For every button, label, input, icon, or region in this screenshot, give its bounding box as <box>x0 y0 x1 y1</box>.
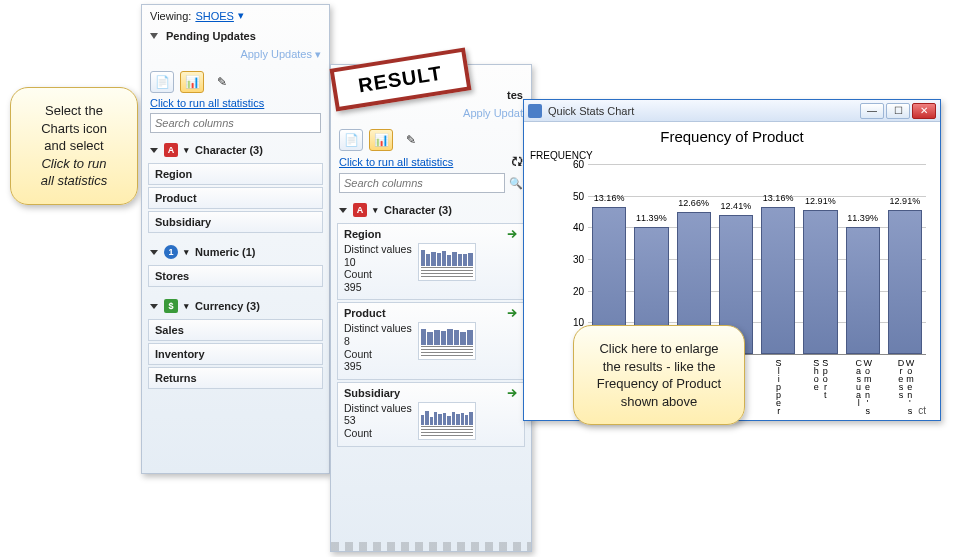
bar: 12.91%Women's Dress <box>888 210 922 355</box>
dropdown-icon[interactable]: ▾ <box>238 9 244 22</box>
bar-percent-label: 12.66% <box>678 198 709 208</box>
group-numeric[interactable]: 1 ▾ Numeric (1) <box>142 241 329 263</box>
column-name: Stores <box>155 270 189 282</box>
y-tick-label: 30 <box>554 254 584 265</box>
y-tick-label: 20 <box>554 285 584 296</box>
collapse-icon <box>150 250 158 255</box>
collapse-icon <box>150 304 158 309</box>
minimize-button[interactable]: — <box>860 103 884 119</box>
collapse-icon <box>150 33 158 39</box>
maximize-button[interactable]: ☐ <box>886 103 910 119</box>
column-name: Product <box>344 307 386 319</box>
pending-updates-row[interactable]: Pending Updates <box>142 26 329 46</box>
window-titlebar[interactable]: Quick Stats Chart — ☐ ✕ <box>524 100 940 122</box>
search-icon[interactable]: 🔍 <box>509 177 523 190</box>
run-all-stats-link[interactable]: Click to run all statistics <box>150 97 264 109</box>
callout-right: Click here to enlarge the results - like… <box>573 325 745 425</box>
search-input[interactable] <box>339 173 505 193</box>
gridline <box>588 164 926 165</box>
column-name: Sales <box>155 324 184 336</box>
bar: 12.91%Sport Shoe <box>803 210 837 355</box>
options-button[interactable]: ✎ <box>399 129 423 151</box>
callout-text: Frequency of Product <box>590 375 728 393</box>
group-character[interactable]: A ▾ Character (3) <box>331 199 531 221</box>
column-name: Subsidiary <box>155 216 211 228</box>
group-label: Currency (3) <box>195 300 260 312</box>
column-item[interactable]: Inventory <box>148 343 323 365</box>
bar: 13.16%Slipper <box>761 207 795 354</box>
search-columns-field[interactable] <box>150 113 321 133</box>
y-tick-label: 40 <box>554 222 584 233</box>
charts-view-button[interactable]: 📊 <box>180 71 204 93</box>
run-all-stats-link[interactable]: Click to run all statistics <box>339 156 453 168</box>
column-item[interactable]: Subsidiary <box>148 211 323 233</box>
viewing-dataset-link[interactable]: SHOES <box>195 10 234 22</box>
column-stats: Distinct values 10 Count 395 <box>344 243 412 293</box>
column-item[interactable]: Returns <box>148 367 323 389</box>
callout-left: Select the Charts icon and select Click … <box>10 87 138 205</box>
column-name: Subsidiary <box>344 387 400 399</box>
column-item-product[interactable]: Product Distinct values 8 Count 395 <box>337 302 525 379</box>
collapse-icon <box>150 148 158 153</box>
close-button[interactable]: ✕ <box>912 103 936 119</box>
sort-icon: ▾ <box>184 247 189 257</box>
charts-view-button[interactable]: 📊 <box>369 129 393 151</box>
stats-thumbnail[interactable] <box>418 243 476 281</box>
callout-text: and select <box>27 137 121 155</box>
x-category-label: Women's Dress <box>896 358 914 414</box>
stats-thumbnail[interactable] <box>418 322 476 360</box>
sort-icon: ▾ <box>184 145 189 155</box>
group-character[interactable]: A ▾ Character (3) <box>142 139 329 161</box>
callout-text: Select the <box>27 102 121 120</box>
stats-thumbnail[interactable] <box>418 402 476 440</box>
character-type-icon: A <box>164 143 178 157</box>
search-input[interactable] <box>150 113 321 133</box>
run-stats-icon[interactable] <box>506 386 520 400</box>
column-item[interactable]: Sales <box>148 319 323 341</box>
result-banner-text: RESULT <box>357 62 444 97</box>
dropdown-icon[interactable]: ▾ <box>315 48 321 60</box>
columns-panel-result: Viewing: tes Apply Updat 📄 📊 ✎ Click to … <box>330 64 532 552</box>
callout-text: the results - like the <box>590 358 728 376</box>
column-item-subsidiary[interactable]: Subsidiary Distinct values 53 Count <box>337 382 525 447</box>
currency-type-icon: $ <box>164 299 178 313</box>
column-item[interactable]: Region <box>148 163 323 185</box>
search-columns-field[interactable]: 🔍 <box>339 173 523 193</box>
bar-rect <box>761 207 795 354</box>
app-icon <box>528 104 542 118</box>
panel-toolbar: 📄 📊 ✎ <box>142 67 329 97</box>
group-label: Character (3) <box>195 144 263 156</box>
column-item[interactable]: Product <box>148 187 323 209</box>
y-tick-label: 10 <box>554 317 584 328</box>
callout-text: shown above <box>590 393 728 411</box>
bar-percent-label: 12.41% <box>721 201 752 211</box>
viewing-label: Viewing: <box>150 10 191 22</box>
bar-percent-label: 12.91% <box>890 196 921 206</box>
pending-updates-label: Pending Updates <box>166 30 256 42</box>
run-stats-icon[interactable] <box>506 227 520 241</box>
column-name: Region <box>344 228 381 240</box>
column-item-region[interactable]: Region Distinct values 10 Count 395 <box>337 223 525 300</box>
bar-percent-label: 13.16% <box>594 193 625 203</box>
details-view-button[interactable]: 📄 <box>339 129 363 151</box>
x-category-label: Women's Casual <box>854 358 872 414</box>
column-name: Region <box>155 168 192 180</box>
apply-updates-link[interactable]: Apply Updat <box>463 107 523 119</box>
callout-text: all statistics <box>27 172 121 190</box>
callout-text: Click to run <box>27 155 121 173</box>
options-button[interactable]: ✎ <box>210 71 234 93</box>
numeric-type-icon: 1 <box>164 245 178 259</box>
viewing-row: Viewing: SHOES ▾ <box>142 5 329 26</box>
run-stats-icon[interactable] <box>506 306 520 320</box>
x-axis-label-truncated: ct <box>918 405 926 416</box>
columns-panel-initial: Viewing: SHOES ▾ Pending Updates Apply U… <box>141 4 330 474</box>
y-tick-label: 50 <box>554 190 584 201</box>
refresh-icon[interactable]: 🗘 <box>511 155 523 169</box>
column-item[interactable]: Stores <box>148 265 323 287</box>
character-type-icon: A <box>353 203 367 217</box>
details-view-button[interactable]: 📄 <box>150 71 174 93</box>
group-label: Character (3) <box>384 204 452 216</box>
apply-updates-link[interactable]: Apply Updates <box>240 48 312 60</box>
group-currency[interactable]: $ ▾ Currency (3) <box>142 295 329 317</box>
chart-title: Frequency of Product <box>524 122 940 147</box>
